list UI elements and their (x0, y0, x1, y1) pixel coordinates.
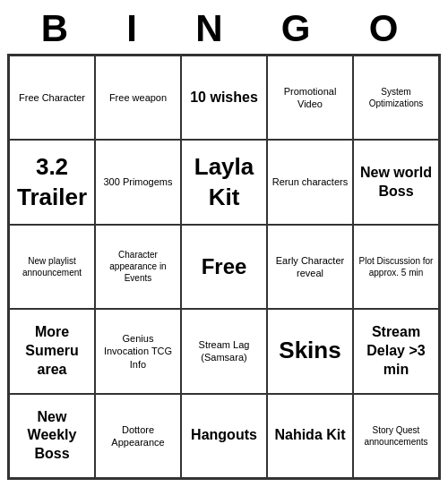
cell-r3c4: Early Character reveal (267, 225, 353, 309)
cell-r1c2: Free weapon (95, 56, 181, 140)
cell-r1c3: 10 wishes (181, 56, 267, 140)
cell-r4c1: More Sumeru area (9, 309, 95, 393)
cell-r4c3: Stream Lag (Samsara) (181, 309, 267, 393)
cell-r3c1: New playlist announcement (9, 225, 95, 309)
cell-r4c2: Genius Invocation TCG Info (95, 309, 181, 393)
cell-r1c1: Free Character (9, 56, 95, 140)
cell-r3c3: Free (181, 225, 267, 309)
letter-o: O (369, 7, 408, 50)
cell-r2c1: 3.2 Trailer (9, 140, 95, 224)
cell-r1c4: Promotional Video (267, 56, 353, 140)
cell-r2c3: Layla Kit (181, 140, 267, 224)
cell-r5c3: Hangouts (181, 394, 267, 478)
cell-r1c5: System Optimizations (353, 56, 439, 140)
cell-r4c4: Skins (267, 309, 353, 393)
cell-r5c2: Dottore Appearance (95, 394, 181, 478)
bingo-grid: Free CharacterFree weapon10 wishesPromot… (7, 54, 441, 480)
letter-g: G (281, 7, 320, 50)
cell-r3c2: Character appearance in Events (95, 225, 181, 309)
bingo-title: B I N G O (7, 7, 441, 50)
cell-r2c4: Rerun characters (267, 140, 353, 224)
cell-r2c5: New world Boss (353, 140, 439, 224)
cell-r4c5: Stream Delay >3 min (353, 309, 439, 393)
letter-n: N (195, 7, 231, 50)
cell-r5c4: Nahida Kit (267, 394, 353, 478)
cell-r2c2: 300 Primogems (95, 140, 181, 224)
letter-i: I (126, 7, 146, 50)
cell-r5c5: Story Quest announcements (353, 394, 439, 478)
cell-r3c5: Plot Discussion for approx. 5 min (353, 225, 439, 309)
cell-r5c1: New Weekly Boss (9, 394, 95, 478)
letter-b: B (41, 7, 77, 50)
